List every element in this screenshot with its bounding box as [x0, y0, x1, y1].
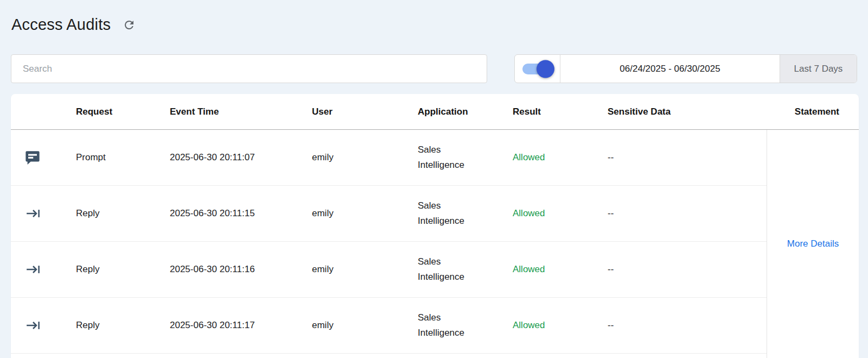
reply-arrow-icon — [24, 205, 42, 222]
sensitive-data-cell: -- — [608, 264, 767, 275]
result-cell: Allowed — [513, 152, 608, 163]
reply-arrow-icon — [24, 261, 42, 278]
table-row: Reply 2025-06-30 20:11:17 emily Sales In… — [11, 298, 767, 354]
result-cell: Allowed — [513, 264, 608, 275]
result-cell: Allowed — [513, 208, 608, 219]
event-time-cell: 2025-06-30 20:11:15 — [170, 208, 312, 219]
reply-arrow-icon — [24, 317, 42, 334]
page-title: Access Audits — [11, 16, 111, 34]
search-input[interactable] — [11, 54, 487, 83]
header-application: Application — [418, 106, 513, 117]
request-type-cell — [11, 205, 76, 222]
date-filter-toggle[interactable] — [522, 64, 553, 74]
application-cell: Sales Intelligence — [418, 142, 513, 173]
more-details-link[interactable]: More Details — [787, 238, 839, 249]
user-cell: emily — [312, 264, 418, 275]
sensitive-data-cell: -- — [608, 208, 767, 219]
application-cell: Sales Intelligence — [418, 198, 513, 229]
date-filter-toggle-cell — [515, 55, 560, 83]
table-row: Reply 2025-06-30 20:11:15 emily Sales In… — [11, 186, 767, 242]
page-header: Access Audits — [11, 16, 136, 34]
header-result: Result — [513, 106, 608, 117]
table-row: Reply 2025-06-30 20:11:16 emily Sales In… — [11, 242, 767, 298]
event-time-cell: 2025-06-30 20:11:16 — [170, 264, 312, 275]
table-body: Prompt 2025-06-30 20:11:07 emily Sales I… — [11, 130, 859, 358]
date-filter-group: 06/24/2025 - 06/30/2025 Last 7 Days — [514, 54, 857, 83]
request-type-cell — [11, 317, 76, 334]
date-preset-button[interactable]: Last 7 Days — [780, 55, 857, 83]
request-type-cell — [11, 261, 76, 278]
date-range-field[interactable]: 06/24/2025 - 06/30/2025 — [560, 55, 780, 83]
access-audits-page: { "page": { "title": "Access Audits" }, … — [0, 0, 868, 358]
header-request: Request — [76, 106, 170, 117]
table-rows: Prompt 2025-06-30 20:11:07 emily Sales I… — [11, 130, 767, 358]
request-cell: Reply — [76, 320, 170, 331]
refresh-icon — [123, 18, 136, 32]
header-sensitive-data: Sensitive Data — [608, 106, 767, 117]
user-cell: emily — [312, 152, 418, 163]
request-cell: Prompt — [76, 152, 170, 163]
table-row: Prompt 2025-06-30 20:11:07 emily Sales I… — [11, 130, 767, 186]
header-statement: Statement — [795, 106, 859, 117]
sensitive-data-cell: -- — [608, 152, 767, 163]
header-user: User — [312, 106, 418, 117]
toggle-knob[interactable] — [537, 60, 554, 78]
request-cell: Reply — [76, 264, 170, 275]
result-cell: Allowed — [513, 320, 608, 331]
request-type-cell — [11, 149, 76, 166]
sensitive-data-cell: -- — [608, 320, 767, 331]
table-header-row: Request Event Time User Application Resu… — [11, 94, 859, 130]
event-time-cell: 2025-06-30 20:11:17 — [170, 320, 312, 331]
application-cell: Sales Intelligence — [418, 254, 513, 285]
statement-column: More Details — [767, 130, 859, 358]
prompt-chat-icon — [24, 149, 41, 166]
audits-table: Request Event Time User Application Resu… — [11, 94, 859, 358]
event-time-cell: 2025-06-30 20:11:07 — [170, 152, 312, 163]
user-cell: emily — [312, 320, 418, 331]
header-event-time: Event Time — [170, 106, 312, 117]
refresh-button[interactable] — [122, 18, 136, 32]
request-cell: Reply — [76, 208, 170, 219]
user-cell: emily — [312, 208, 418, 219]
application-cell: Sales Intelligence — [418, 310, 513, 341]
